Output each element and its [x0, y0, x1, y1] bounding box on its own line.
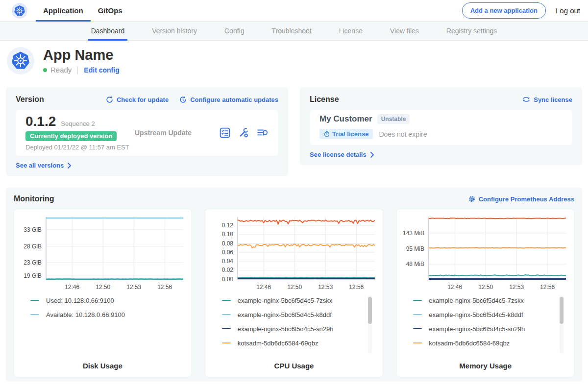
legend-entry: Used: 10.128.0.66:9100	[30, 296, 187, 304]
configure-prometheus-label: Configure Prometheus Address	[479, 195, 574, 203]
tab-gitops-label: GitOps	[98, 6, 122, 15]
deployed-timestamp: Deployed 01/21/22 @ 11:57 am EST	[25, 144, 131, 151]
subnav-license[interactable]: License	[336, 22, 366, 40]
configure-automatic-updates-label: Configure automatic updates	[190, 96, 278, 103]
svg-text:28 GiB: 28 GiB	[24, 243, 42, 250]
tab-gitops[interactable]: GitOps	[91, 0, 130, 21]
config-wrench-icon[interactable]	[238, 127, 249, 138]
legend-swatch	[30, 300, 39, 301]
refresh-icon	[106, 96, 113, 103]
kubernetes-logo-icon	[14, 5, 25, 17]
sync-icon	[522, 96, 530, 103]
see-license-details-label: See license details	[310, 151, 367, 158]
license-details-card: My Customer Unstable Trial license Does …	[310, 110, 572, 145]
subnav-troubleshoot[interactable]: Troubleshoot	[269, 22, 314, 40]
version-number: 0.1.2	[25, 115, 56, 128]
legend-label: example-nginx-5bc6f5d4c5-sn29h	[429, 325, 525, 333]
configure-prometheus-link[interactable]: Configure Prometheus Address	[468, 195, 574, 203]
disk-usage-chart-card: 19 GiB23 GiB28 GiB33 GiB12:4612:5012:531…	[14, 209, 192, 377]
subnav-view-files[interactable]: View files	[387, 22, 422, 40]
svg-text:0.06: 0.06	[221, 249, 233, 256]
legend-label: Used: 10.128.0.66:9100	[46, 297, 114, 304]
tab-application-label: Application	[43, 6, 83, 15]
cpu-usage-chart: 0.000.020.040.060.080.100.1212:4612:5012…	[210, 214, 378, 292]
tab-application[interactable]: Application	[36, 0, 91, 21]
version-source-label: Upstream Update	[131, 129, 220, 137]
legend-entry: kotsadm-5db6dc6584-69qbz	[222, 339, 378, 347]
subnav-config[interactable]: Config	[221, 22, 247, 40]
disk-usage-chart-title: Disk Usage	[19, 362, 187, 370]
memory-usage-chart: 48 MiB95 MiB143 MiB12:4612:5012:5312:56	[401, 214, 569, 292]
svg-text:12:53: 12:53	[318, 284, 333, 291]
channel-badge: Unstable	[377, 114, 410, 124]
svg-text:0.02: 0.02	[221, 267, 233, 273]
app-header: App Name Ready Edit config	[0, 41, 588, 83]
svg-text:12:46: 12:46	[256, 284, 271, 291]
legend-entry: example-nginx-5bc6f5d4c5-7zskx	[413, 296, 569, 304]
legend-scrollbar[interactable]	[560, 295, 564, 353]
memory-usage-legend: example-nginx-5bc6f5d4c5-7zskxexample-ng…	[401, 296, 569, 362]
top-navbar: Application GitOps Add a new application…	[0, 0, 588, 22]
legend-swatch	[222, 328, 231, 330]
trial-license-badge: Trial license	[319, 129, 373, 139]
legend-label: kotsadm-5db6dc6584-69qbz	[238, 340, 318, 347]
legend-entry: example-nginx-5bc6f5d4c5-7zskx	[222, 296, 378, 304]
svg-text:12:50: 12:50	[287, 284, 302, 291]
logout-button[interactable]: Log out	[556, 6, 580, 15]
legend-label: example-nginx-5bc6f5d4c5-7zskx	[429, 297, 524, 304]
legend-label: example-nginx-5bc6f5d4c5-sn29h	[238, 325, 334, 333]
license-card: License Sync license My Customer Unstabl…	[300, 87, 582, 165]
currently-deployed-badge: Currently deployed version	[25, 131, 117, 141]
legend-entry: example-nginx-5bc6f5d4c5-k8ddf	[413, 311, 569, 318]
app-name-title: App Name	[43, 48, 120, 62]
monitoring-title: Monitoring	[14, 195, 54, 203]
divider	[77, 66, 78, 74]
legend-entry: kotsadm-5db6dc6584-69qbz	[413, 339, 569, 347]
kubernetes-app-icon	[11, 51, 30, 71]
monitoring-section: Monitoring Configure Prometheus Address …	[6, 188, 582, 382]
svg-text:12:56: 12:56	[349, 284, 364, 291]
legend-swatch	[222, 342, 231, 344]
svg-text:0.10: 0.10	[221, 231, 233, 238]
legend-swatch	[30, 314, 39, 316]
legend-label: example-nginx-5bc6f5d4c5-k8ddf	[429, 311, 523, 318]
disk-usage-legend: Used: 10.128.0.66:9100Available: 10.128.…	[19, 296, 187, 362]
legend-entry: Available: 10.128.0.66:9100	[30, 311, 187, 318]
svg-text:12:56: 12:56	[157, 284, 172, 291]
gear-icon	[468, 195, 475, 202]
trial-license-label: Trial license	[332, 130, 368, 138]
see-all-versions-link[interactable]: See all versions	[16, 162, 72, 169]
chevron-right-icon	[370, 152, 374, 158]
see-license-details-link[interactable]: See license details	[310, 151, 374, 158]
svg-text:95 MiB: 95 MiB	[406, 245, 424, 252]
license-card-title: License	[310, 95, 339, 104]
current-version-card: 0.1.2 Sequence 2 Currently deployed vers…	[16, 110, 278, 156]
svg-text:12:53: 12:53	[510, 284, 524, 291]
legend-entry: example-nginx-5bc6f5d4c5-k8ddf	[222, 311, 378, 318]
legend-label: kotsadm-5db6dc6584-69qbz	[429, 340, 510, 347]
customer-name: My Customer	[319, 114, 372, 124]
svg-text:33 GiB: 33 GiB	[24, 226, 42, 233]
check-for-update-link[interactable]: Check for update	[106, 96, 169, 103]
subnav-registry-settings[interactable]: Registry settings	[443, 22, 500, 40]
sync-license-link[interactable]: Sync license	[522, 96, 572, 103]
subnav-version-history[interactable]: Version history	[149, 22, 200, 40]
version-card-title: Version	[16, 95, 44, 104]
license-expiry: Does not expire	[379, 130, 427, 138]
view-diff-icon[interactable]	[257, 127, 269, 138]
add-new-application-button[interactable]: Add a new application	[462, 2, 546, 19]
svg-text:12:46: 12:46	[65, 284, 79, 291]
edit-config-link[interactable]: Edit config	[84, 66, 119, 74]
legend-label: Available: 10.128.0.66:9100	[46, 311, 125, 318]
legend-scrollbar[interactable]	[368, 295, 372, 353]
legend-entry: example-nginx-5bc6f5d4c5-sn29h	[413, 325, 569, 333]
cpu-usage-chart-title: CPU Usage	[210, 362, 378, 370]
app-icon	[7, 47, 34, 74]
preflight-checks-icon[interactable]	[220, 127, 230, 138]
configure-automatic-updates-link[interactable]: Configure automatic updates	[179, 96, 278, 103]
subnav-dashboard[interactable]: Dashboard	[88, 22, 128, 40]
svg-text:19 GiB: 19 GiB	[24, 272, 42, 279]
legend-label: example-nginx-5bc6f5d4c5-k8ddf	[238, 311, 332, 318]
clock-refresh-icon	[179, 96, 187, 103]
svg-text:12:50: 12:50	[96, 284, 110, 291]
